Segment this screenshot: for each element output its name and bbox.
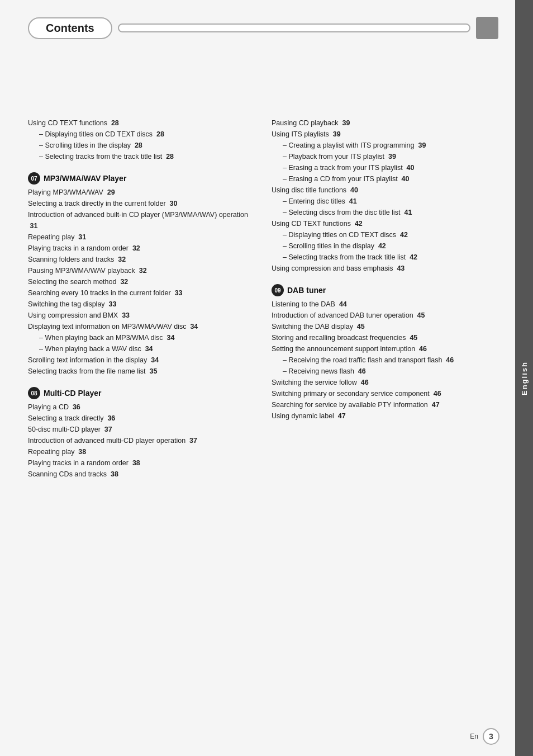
section-09: 09 DAB tuner Listening to the DAB 44 Int…: [272, 284, 498, 422]
footer-page-number: 3: [483, 728, 499, 745]
entry-select-track-folder: Selecting a track directly in the curren…: [28, 198, 255, 209]
entry-intro-advanced: Introduction of advanced built-in CD pla…: [28, 209, 255, 231]
section-08-title: Multi-CD Player: [44, 389, 101, 398]
entry-compression-bass: Using compression and bass emphasis 43: [272, 263, 498, 274]
entry-intro-multi-cd: Introduction of advanced multi-CD player…: [28, 435, 255, 446]
section-09-icon: 09: [272, 284, 284, 296]
entry-using-its: Using ITS playlists 39: [272, 129, 498, 140]
section-09-header: 09 DAB tuner: [272, 284, 498, 296]
left-column: Using CD TEXT functions 28 – Displaying …: [28, 117, 255, 490]
entry-dynamic-label: Using dynamic label 47: [272, 410, 498, 422]
header-right-box: [118, 23, 470, 32]
entry-random-order: Playing tracks in a random order 32: [28, 243, 255, 254]
section-08: 08 Multi-CD Player Playing a CD 36 Selec…: [28, 387, 255, 480]
section-07-header: 07 MP3/WMA/WAV Player: [28, 172, 255, 185]
entry-select-tracks-right: – Selecting tracks from the track title …: [272, 252, 498, 263]
entry-pausing-mp3: Pausing MP3/WMA/WAV playback 32: [28, 265, 255, 276]
entry-repeating-play-08: Repeating play 38: [28, 446, 255, 457]
section-07-title: MP3/WMA/WAV Player: [44, 174, 126, 183]
entry-erase-track: – Erasing a track from your ITS playlist…: [272, 162, 498, 173]
entry-listening-dab: Listening to the DAB 44: [272, 299, 498, 310]
entry-playing-mp3: Playing MP3/WMA/WAV 29: [28, 187, 255, 198]
section-08-header: 08 Multi-CD Player: [28, 387, 255, 399]
language-tab-label: English: [520, 361, 529, 395]
entry-erase-cd: – Erasing a CD from your ITS playlist 40: [272, 173, 498, 185]
entry-select-directly: Selecting a track directly 36: [28, 413, 255, 424]
entry-playing-cd: Playing a CD 36: [28, 401, 255, 413]
entry-scrolling-text: Scrolling text information in the displa…: [28, 355, 255, 366]
entry-compression-bmx: Using compression and BMX 33: [28, 310, 255, 321]
entry-search-method: Selecting the search method 32: [28, 276, 255, 287]
entry-pausing-cd: Pausing CD playback 39: [272, 117, 498, 129]
entry-primary-secondary: Switching primary or secondary service c…: [272, 388, 498, 399]
entry-news-flash: – Receiving news flash 46: [272, 366, 498, 377]
entry-scrolling-titles: – Scrolling titles in the display 28: [28, 140, 255, 151]
entry-entering-titles: – Entering disc titles 41: [272, 196, 498, 207]
contents-title: Contents: [28, 17, 112, 39]
pre-section-entries: Using CD TEXT functions 28 – Displaying …: [28, 117, 255, 162]
entry-display-titles-right: – Displaying titles on CD TEXT discs 42: [272, 229, 498, 240]
entry-tag-display: Switching the tag display 33: [28, 299, 255, 310]
entry-50-disc: 50-disc multi-CD player 37: [28, 424, 255, 435]
section-07-icon: 07: [28, 172, 40, 185]
entry-cd-text-right: Using CD TEXT functions 42: [272, 218, 498, 229]
section-07: 07 MP3/WMA/WAV Player Playing MP3/WMA/WA…: [28, 172, 255, 377]
entry-select-disc-list: – Selecting discs from the disc title li…: [272, 207, 498, 218]
entry-scanning-folders: Scanning folders and tracks 32: [28, 254, 255, 265]
entry-intro-dab: Introduction of advanced DAB tuner opera…: [272, 310, 498, 321]
entry-announcement: Setting the announcement support interru…: [272, 343, 498, 355]
toc-columns: Using CD TEXT functions 28 – Displaying …: [28, 117, 498, 490]
right-pre-section: Pausing CD playback 39 Using ITS playlis…: [272, 117, 498, 274]
entry-storing-broadcast: Storing and recalling broadcast frequenc…: [272, 332, 498, 343]
section-08-icon: 08: [28, 387, 40, 399]
header: Contents: [28, 11, 498, 39]
entry-random-order-08: Playing tracks in a random order 38: [28, 457, 255, 469]
header-corner-box: [476, 17, 498, 39]
entry-playback-its: – Playback from your ITS playlist 39: [272, 151, 498, 162]
language-tab: English: [515, 0, 533, 756]
section-09-title: DAB tuner: [287, 286, 326, 295]
entry-switching-dab: Switching the DAB display 45: [272, 321, 498, 332]
footer-en-label: En: [470, 733, 478, 740]
right-column: Pausing CD playback 39 Using ITS playlis…: [272, 117, 498, 490]
entry-text-info: Displaying text information on MP3/WMA/W…: [28, 321, 255, 332]
entry-road-traffic: – Receiving the road traffic flash and t…: [272, 355, 498, 366]
entry-disc-title-functions: Using disc title functions 40: [272, 185, 498, 196]
entry-repeating-play: Repeating play 31: [28, 231, 255, 243]
entry-scroll-titles-right: – Scrolling titles in the display 42: [272, 240, 498, 252]
entry-scanning-cds: Scanning CDs and tracks 38: [28, 469, 255, 480]
entry-cd-text-functions: Using CD TEXT functions 28: [28, 117, 255, 129]
entry-service-follow: Switching the service follow 46: [272, 377, 498, 388]
entry-when-wav: – When playing back a WAV disc 34: [28, 343, 255, 355]
entry-search-10: Searching every 10 tracks in the current…: [28, 287, 255, 299]
entry-file-name-list: Selecting tracks from the file name list…: [28, 366, 255, 377]
entry-displaying-titles: – Displaying titles on CD TEXT discs 28: [28, 129, 255, 140]
entry-selecting-tracks-list: – Selecting tracks from the track title …: [28, 151, 255, 162]
entry-pty-search: Searching for service by available PTY i…: [272, 399, 498, 410]
entry-creating-playlist: – Creating a playlist with ITS programmi…: [272, 140, 498, 151]
entry-when-mp3-wma: – When playing back an MP3/WMA disc 34: [28, 332, 255, 343]
footer: En 3: [470, 728, 499, 745]
